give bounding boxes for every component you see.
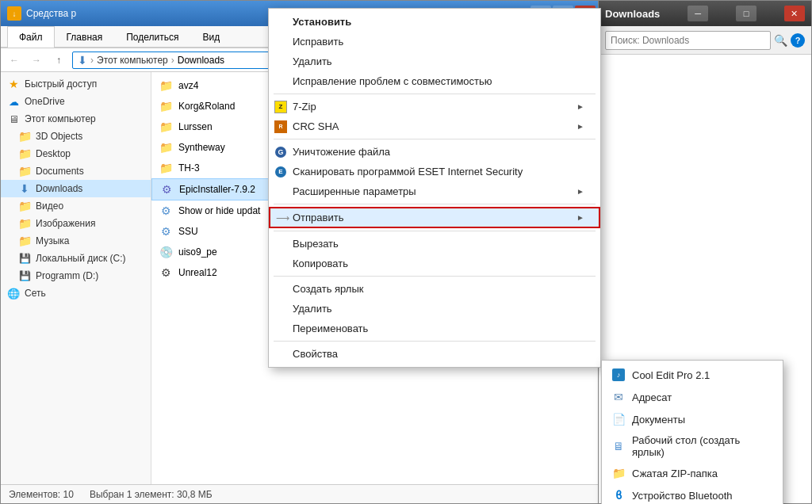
sidebar-item-drive-c[interactable]: 💾 Локальный диск (C:) [1,250,151,267]
cm-label-destroy: Уничтожение файла [293,146,390,158]
st-item-mail[interactable]: ✉ Адресат [602,386,783,408]
arrow-icon-7zip: ► [576,102,584,111]
right-maximize-button[interactable]: □ [736,6,756,21]
cm-label-repair: Исправить [293,36,343,48]
nav-back-button[interactable]: ← [6,52,23,69]
sidebar-label-documents: Documents [36,166,84,177]
zip-icon: Z [274,100,288,114]
st-label-desktop: Рабочий стол (создать ярлык) [632,434,773,458]
status-count: Элементов: 10 [9,489,74,500]
tab-home[interactable]: Главная [55,26,115,48]
st-item-zip[interactable]: 📁 Сжатая ZIP-папка [602,462,783,484]
docs-icon: 📄 [611,412,626,426]
cm-item-advanced[interactable]: Расширенные параметры ► [269,181,600,201]
cm-item-compat[interactable]: Исправление проблем с совместимостью [269,71,600,91]
cm-item-install[interactable]: Установить [269,12,600,32]
cm-item-repair[interactable]: Исправить [269,32,600,52]
file-name-epic: EpicInstaller-7.9.2 [179,184,255,195]
sidebar-item-onedrive[interactable]: ☁ OneDrive [1,93,151,110]
search-input[interactable] [605,31,771,50]
status-selected: Выбран 1 элемент: 30,8 МБ [90,489,213,500]
context-menu: Установить Исправить Удалить Исправление… [268,8,601,368]
cm-item-remove[interactable]: Удалить [269,52,600,71]
bluetooth-icon: ϐ [611,488,626,502]
cm-item-copy[interactable]: Копировать [269,254,600,273]
st-label-cooled: Cool Edit Pro 2.1 [632,369,710,381]
folder-icon-korg: 📁 [158,98,174,114]
sidebar-item-documents[interactable]: 📁 Documents [1,162,151,180]
sidebar-item-drive-d[interactable]: 💾 Programm (D:) [1,267,151,284]
st-item-bluetooth[interactable]: ϐ Устройство Bluetooth [602,484,783,504]
sidebar-item-images[interactable]: 📁 Изображения [1,215,151,232]
cm-item-rename[interactable]: Переименовать [269,319,600,338]
folder-icon-th3: 📁 [158,160,174,176]
cm-label-install: Установить [293,16,351,28]
file-name-th3: TH-3 [178,162,200,174]
st-item-cooled[interactable]: ♪ Cool Edit Pro 2.1 [602,364,783,386]
sidebar-label-3dobjects: 3D Objects [36,131,82,142]
st-item-desktop[interactable]: 🖥 Рабочий стол (создать ярлык) [602,430,783,462]
st-item-docs[interactable]: 📄 Документы [602,408,783,430]
tab-view[interactable]: Вид [190,26,232,48]
cm-label-7zip: 7-Zip [293,101,316,113]
cm-label-crcsha: CRC SHA [293,120,339,132]
sendto-menu: ♪ Cool Edit Pro 2.1 ✉ Адресат 📄 Документ… [601,360,783,504]
sidebar-item-downloads[interactable]: ⬇ Downloads [1,180,151,197]
sidebar-item-3dobjects[interactable]: 📁 3D Objects [1,128,151,145]
tab-share[interactable]: Поделиться [114,26,190,48]
exe-icon-epic: ⚙ [159,181,174,197]
cm-label-remove: Удалить [293,55,332,67]
cm-sep-2 [274,139,596,139]
cm-label-compat: Исправление проблем с совместимостью [293,75,492,87]
cm-label-copy: Копировать [293,258,348,269]
sidebar-item-quickaccess[interactable]: ★ Быстрый доступ [1,75,151,93]
cm-item-crcsha[interactable]: R CRC SHA ► [269,116,600,136]
cm-item-delete[interactable]: Удалить [269,299,600,319]
arrow-icon-crc: ► [576,122,584,131]
cm-item-eset[interactable]: E Сканировать программой ESET Internet S… [269,162,600,181]
file-name-uiso: uiso9_pe [178,246,217,258]
status-bar: Элементов: 10 Выбран 1 элемент: 30,8 МБ [1,484,602,503]
st-label-mail: Адресат [632,391,672,403]
right-minimize-button[interactable]: ─ [688,6,708,21]
sidebar-item-computer[interactable]: 🖥 Этот компьютер [1,110,151,128]
cm-sep-4 [274,231,596,231]
cm-item-7zip[interactable]: Z 7-Zip ► [269,97,600,116]
arrow-icon-sendto: ► [576,213,584,222]
onedrive-icon: ☁ [7,95,20,108]
cm-item-destroy[interactable]: G Уничтожение файла [269,142,600,162]
cm-item-properties[interactable]: Свойства [269,344,600,364]
sidebar-item-video[interactable]: 📁 Видео [1,197,151,215]
path-current: Downloads [178,55,224,66]
file-name-korg: Korg&Roland [178,101,235,112]
cm-item-shortcut[interactable]: Создать ярлык [269,279,600,299]
folder-icon-desktop: 📁 [18,147,31,160]
st-label-docs: Документы [632,414,685,426]
crc-icon: R [274,120,288,134]
tab-file[interactable]: Файл [7,26,55,48]
right-window-title: Downloads [605,8,660,20]
sidebar-item-music[interactable]: 📁 Музыка [1,232,151,250]
cm-sep-6 [274,341,596,342]
cm-label-properties: Свойства [293,348,338,360]
sidebar-item-network[interactable]: 🌐 Сеть [1,284,151,302]
cm-item-otpravit[interactable]: ⟶ Отправить ► [269,207,600,228]
folder-icon-images: 📁 [18,217,31,230]
cm-sep-3 [274,204,596,204]
cm-label-rename: Переименовать [293,323,368,334]
sidebar-label-images: Изображения [36,218,95,229]
nav-up-button[interactable]: ↑ [50,52,67,69]
arrow-icon-advanced: ► [576,187,584,196]
nav-forward-button[interactable]: → [28,52,45,69]
sidebar-label-network: Сеть [25,288,46,299]
cm-label-otpravit: Отправить [293,212,343,223]
file-name-ssu: SSU [178,226,198,237]
right-search-bar: 🔍 ? [599,26,811,55]
destroy-icon: G [274,145,288,159]
exe-icon-uiso: 💿 [158,244,174,260]
right-close-button[interactable]: ✕ [784,6,805,21]
sidebar-label-desktop: Desktop [36,148,71,159]
folder-icon-avz4: 📁 [158,78,174,94]
sidebar-item-desktop[interactable]: 📁 Desktop [1,145,151,162]
cm-item-cut[interactable]: Вырезать [269,234,600,254]
